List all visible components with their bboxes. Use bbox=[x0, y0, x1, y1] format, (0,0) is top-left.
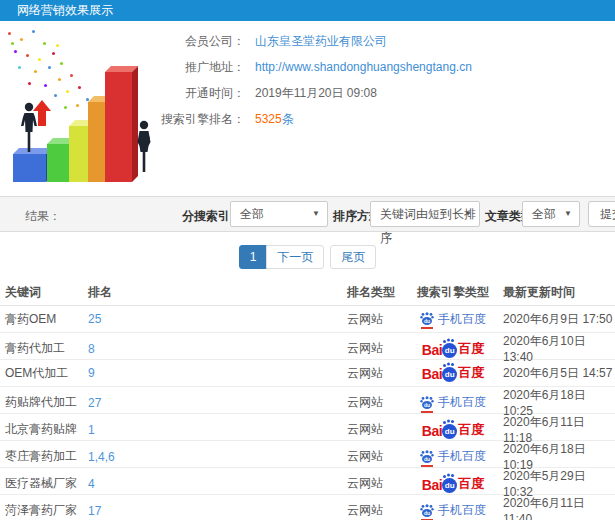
engine-cell: du 手机百度 bbox=[403, 448, 503, 465]
keyword-cell: 医疗器械厂家 bbox=[5, 475, 88, 492]
sort-select[interactable]: 关键词由短到长排序 ▼ bbox=[370, 201, 480, 227]
open-time-label: 开通时间： bbox=[160, 85, 245, 102]
svg-text:du: du bbox=[424, 318, 430, 324]
page-header: 网络营销效果展示 bbox=[0, 0, 615, 21]
mobile-baidu-badge: du 手机百度 bbox=[420, 502, 486, 519]
chevron-down-icon: ▼ bbox=[564, 202, 572, 226]
article-type-select[interactable]: 全部 ▼ bbox=[522, 201, 580, 227]
chevron-down-icon: ▼ bbox=[464, 202, 472, 226]
ranking-count-number: 5325 bbox=[255, 112, 282, 126]
article-type-select-value: 全部 bbox=[532, 207, 556, 221]
updated-cell: 2020年6月5日 14:57 bbox=[503, 365, 615, 382]
rank-link[interactable]: 1,4,6 bbox=[88, 450, 347, 464]
rank-link[interactable]: 8 bbox=[88, 342, 347, 356]
keyword-cell: OEM代加工 bbox=[5, 365, 88, 382]
confetti-graphic bbox=[8, 32, 11, 35]
rank-type-cell: 云网站 bbox=[347, 365, 403, 382]
rank-type-cell: 云网站 bbox=[347, 475, 403, 492]
engine-cell: Bai du 百度 bbox=[403, 340, 503, 358]
baidu-paw-icon: du bbox=[420, 396, 434, 410]
baidu-paw-icon: du bbox=[420, 450, 434, 464]
table-row: 药贴牌代加工 27 云网站 du 手机百度 2020年6月18日 10:25 bbox=[0, 387, 615, 414]
promo-url-link[interactable]: http://www.shandonghuangshengtang.cn bbox=[255, 60, 472, 74]
baidu-paw-icon: du bbox=[442, 478, 457, 493]
ranking-count-value: 5325条 bbox=[255, 111, 294, 128]
engine-select[interactable]: 全部 ▼ bbox=[230, 201, 328, 227]
open-time-value: 2019年11月20日 09:08 bbox=[255, 85, 377, 102]
filter-bar: 结果： 分搜索引擎查看 全部 ▼ 排序方式 关键词由短到长排序 ▼ 文章类型 全… bbox=[0, 196, 615, 232]
promo-url-label: 推广地址： bbox=[160, 59, 245, 76]
baidu-logo: Bai du 百度 bbox=[422, 364, 484, 382]
keyword-cell: 菏泽膏药厂家 bbox=[5, 502, 88, 519]
mobile-baidu-label: 手机百度 bbox=[438, 502, 486, 519]
keyword-cell: 枣庄膏药加工 bbox=[5, 448, 88, 465]
engine-cell: du 手机百度 bbox=[403, 311, 503, 328]
results-table: 关键词 排名 排名类型 搜索引擎类型 最新更新时间 膏药OEM 25 云网站 d… bbox=[0, 280, 615, 520]
company-link[interactable]: 山东皇圣堂药业有限公司 bbox=[255, 33, 387, 50]
keyword-cell: 药贴牌代加工 bbox=[5, 394, 88, 411]
table-row: 膏药OEM 25 云网站 du 手机百度 2020年6月9日 17:50 bbox=[0, 306, 615, 333]
rank-type-cell: 云网站 bbox=[347, 340, 403, 357]
baidu-logo: Bai du 百度 bbox=[422, 340, 484, 358]
rank-link[interactable]: 1 bbox=[88, 423, 347, 437]
table-row: OEM代加工 9 云网站 Bai du 百度 2020年6月5日 14:57 bbox=[0, 360, 615, 387]
col-engine-type: 搜索引擎类型 bbox=[403, 284, 503, 301]
baidu-paw-icon: du bbox=[420, 312, 434, 326]
col-keyword: 关键词 bbox=[5, 284, 88, 301]
updated-cell: 2020年6月10日 13:40 bbox=[503, 333, 615, 364]
bar-chart-graphic-blue bbox=[13, 154, 46, 182]
rank-type-cell: 云网站 bbox=[347, 394, 403, 411]
engine-cell: du 手机百度 bbox=[403, 394, 503, 411]
rank-link[interactable]: 25 bbox=[88, 312, 347, 326]
next-page-button[interactable]: 下一页 bbox=[266, 245, 324, 269]
col-rank: 排名 bbox=[88, 284, 347, 301]
info-row-company: 会员公司： 山东皇圣堂药业有限公司 bbox=[160, 28, 472, 54]
updated-cell: 2020年6月11日 11:40 bbox=[503, 495, 615, 520]
svg-text:du: du bbox=[424, 510, 430, 516]
table-row: 菏泽膏药厂家 17 云网站 du 手机百度 2020年6月11日 11:40 bbox=[0, 495, 615, 520]
baidu-paw-icon: du bbox=[442, 343, 457, 358]
rank-type-cell: 云网站 bbox=[347, 311, 403, 328]
table-row: 医疗器械厂家 4 云网站 Bai du 百度 2020年5月29日 10:32 bbox=[0, 468, 615, 495]
company-label: 会员公司： bbox=[160, 33, 245, 50]
pagination: 1 下一页 尾页 bbox=[0, 245, 615, 269]
rank-link[interactable]: 17 bbox=[88, 504, 347, 518]
rank-type-cell: 云网站 bbox=[347, 448, 403, 465]
svg-text:du: du bbox=[424, 456, 430, 462]
ranking-count-label: 搜索引擎排名： bbox=[160, 111, 245, 128]
rank-link[interactable]: 4 bbox=[88, 477, 347, 491]
page-1-button[interactable]: 1 bbox=[239, 245, 268, 269]
svg-text:du: du bbox=[424, 402, 430, 408]
table-row: 枣庄膏药加工 1,4,6 云网站 du 手机百度 2020年6月18日 10:1… bbox=[0, 441, 615, 468]
mobile-baidu-badge: du 手机百度 bbox=[420, 448, 486, 465]
baidu-paw-icon: du bbox=[442, 424, 457, 439]
info-row-open-time: 开通时间： 2019年11月20日 09:08 bbox=[160, 80, 472, 106]
col-updated: 最新更新时间 bbox=[503, 284, 615, 301]
page-title: 网络营销效果展示 bbox=[17, 3, 113, 17]
businessman-figure-left bbox=[18, 102, 40, 154]
last-page-button[interactable]: 尾页 bbox=[330, 245, 376, 269]
baidu-logo: Bai du 百度 bbox=[422, 475, 484, 493]
engine-cell: Bai du 百度 bbox=[403, 421, 503, 439]
result-label: 结果： bbox=[25, 208, 61, 225]
info-row-url: 推广地址： http://www.shandonghuangshengtang.… bbox=[160, 54, 472, 80]
engine-cell: Bai du 百度 bbox=[403, 475, 503, 493]
rank-link[interactable]: 27 bbox=[88, 396, 347, 410]
keyword-cell: 北京膏药贴牌 bbox=[5, 421, 88, 438]
chevron-down-icon: ▼ bbox=[312, 202, 320, 226]
businessman-figure-right bbox=[133, 120, 155, 174]
table-row: 膏药代加工 8 云网站 Bai du 百度 2020年6月10日 13:40 bbox=[0, 333, 615, 360]
info-row-ranking-count: 搜索引擎排名： 5325条 bbox=[160, 106, 472, 132]
rank-type-cell: 云网站 bbox=[347, 421, 403, 438]
baidu-paw-icon: du bbox=[420, 504, 434, 518]
rank-link[interactable]: 9 bbox=[88, 366, 347, 380]
keyword-cell: 膏药代加工 bbox=[5, 340, 88, 357]
baidu-paw-icon: du bbox=[442, 367, 457, 382]
submit-button[interactable]: 提交 bbox=[588, 201, 615, 227]
engine-select-value: 全部 bbox=[240, 207, 264, 221]
sort-select-value: 关键词由短到长排序 bbox=[380, 207, 476, 245]
rank-type-cell: 云网站 bbox=[347, 502, 403, 519]
col-rank-type: 排名类型 bbox=[347, 284, 403, 301]
mobile-baidu-label: 手机百度 bbox=[438, 394, 486, 411]
updated-cell: 2020年6月9日 17:50 bbox=[503, 311, 615, 328]
